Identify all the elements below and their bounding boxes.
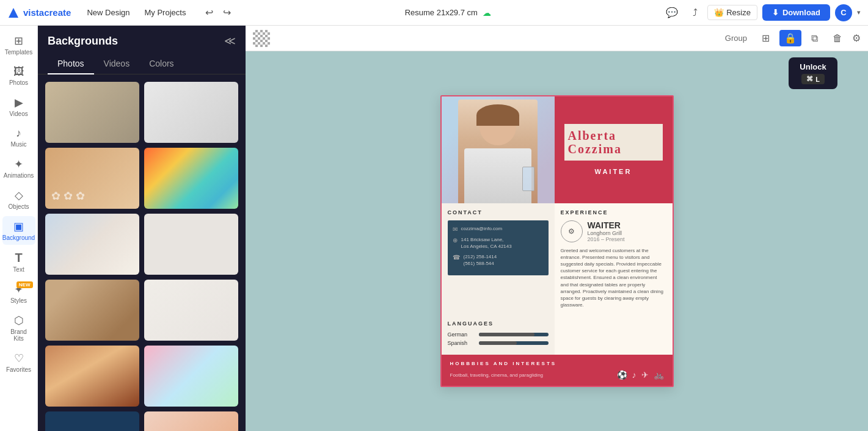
tab-colors[interactable]: Colors xyxy=(139,54,183,74)
lang-german: German xyxy=(448,331,475,338)
email-row: ✉ cozzima@info.com xyxy=(453,225,544,233)
music-note-icon: ♪ xyxy=(632,370,636,380)
share-button[interactable]: ⤴ xyxy=(688,5,702,21)
lang-spanish-fill xyxy=(479,341,517,345)
text-icon: T xyxy=(15,251,22,265)
resume-name-block: Alberta Cozzima WAITER xyxy=(555,96,673,203)
contact-title: CONTACT xyxy=(448,209,549,215)
resume-contact: CONTACT ✉ cozzima@info.com ⊕ 141 Bricksa… xyxy=(442,203,555,315)
hobbies-row: Football, traveling, cinema, and paragli… xyxy=(450,370,664,380)
sidebar-item-videos[interactable]: ▶ Videos xyxy=(2,92,35,121)
objects-icon: ◇ xyxy=(15,189,23,202)
lang-german-row: German xyxy=(448,331,549,338)
sidebar-item-text[interactable]: T Text xyxy=(2,247,35,277)
resume-name-line2: Cozzima xyxy=(568,142,659,156)
delete-button[interactable]: 🗑 xyxy=(828,31,847,46)
logo[interactable]: vistacreate xyxy=(7,7,71,19)
toolbar-left xyxy=(253,30,270,47)
sidebar-item-brand-kits[interactable]: ⬡ Brand Kits xyxy=(2,310,35,346)
bg-thumb-4[interactable] xyxy=(144,148,238,209)
videos-icon: ▶ xyxy=(15,96,23,109)
align-button[interactable]: ⊞ xyxy=(757,30,775,46)
exp-details: WAITER Longhorn Grill 2016 – Present xyxy=(588,220,625,245)
backgrounds-panel: Backgrounds ≪ Photos Videos Colors xyxy=(38,26,246,431)
football-icon: ⚽ xyxy=(617,370,627,380)
download-button[interactable]: ⬇ Download xyxy=(762,4,830,21)
animations-label: Animations xyxy=(4,172,34,179)
resume-top-section: Alberta Cozzima WAITER xyxy=(442,96,673,203)
resume-middle-section: CONTACT ✉ cozzima@info.com ⊕ 141 Bricksa… xyxy=(442,203,673,315)
redo-button[interactable]: ↪ xyxy=(219,4,235,21)
sidebar-item-objects[interactable]: ◇ Objects xyxy=(2,185,35,214)
music-label: Music xyxy=(10,141,26,148)
group-button[interactable]: Group xyxy=(720,31,752,45)
sidebar-item-styles[interactable]: NEW ✦ Styles xyxy=(2,279,35,308)
top-nav: New Design My Projects xyxy=(81,5,192,20)
sidebar-item-background[interactable]: ▣ Background xyxy=(2,216,35,245)
resume-experience: EXPERIENCE ⚙ WAITER Longhorn Grill 2016 … xyxy=(555,203,673,315)
sidebar-item-animations[interactable]: ✦ Animations xyxy=(2,154,35,183)
address-row: ⊕ 141 Bricksaw Lane,Los Angeles, CA 4214… xyxy=(453,236,544,250)
address-text: 141 Bricksaw Lane,Los Angeles, CA 42143 xyxy=(461,236,512,250)
comment-button[interactable]: 💬 xyxy=(661,4,683,21)
phone-text: (212) 258-1414(561) 588-544 xyxy=(464,253,497,267)
bg-thumb-12[interactable] xyxy=(144,411,238,431)
sidebar-item-favorites[interactable]: ♡ Favorites xyxy=(2,348,35,377)
bg-thumb-2[interactable] xyxy=(144,82,238,143)
user-chevron-icon[interactable]: ▾ xyxy=(857,9,861,16)
resume-waiter-label: WAITER xyxy=(564,168,663,175)
languages-title: LANGUAGES xyxy=(448,321,549,327)
lang-spanish-bar xyxy=(479,341,549,345)
exp-icon: ⚙ xyxy=(561,220,583,242)
bg-thumb-10[interactable] xyxy=(144,346,238,407)
checkerboard-button[interactable] xyxy=(253,30,270,47)
user-avatar[interactable]: C xyxy=(835,4,852,21)
resume-hobbies: HOBBBIES AND INTERESTS Football, traveli… xyxy=(442,355,673,386)
lock-button[interactable]: 🔒 xyxy=(779,30,801,46)
bg-thumb-1[interactable] xyxy=(45,82,139,143)
my-projects-btn[interactable]: My Projects xyxy=(139,5,192,20)
unlock-shortcut: ⌘ L xyxy=(801,74,825,84)
lang-german-fill xyxy=(479,333,534,336)
settings-button[interactable]: ⚙ xyxy=(852,32,861,44)
sidebar-item-templates[interactable]: ⊞ Templates xyxy=(2,31,35,59)
music-icon: ♪ xyxy=(16,127,21,140)
sidebar-item-photos[interactable]: 🖼 Photos xyxy=(2,62,35,90)
brand-kits-icon: ⬡ xyxy=(14,314,24,327)
sidebar-item-music[interactable]: ♪ Music xyxy=(2,123,35,151)
resume-name-line1: Alberta xyxy=(568,129,659,142)
brand-kits-label: Brand Kits xyxy=(5,328,33,342)
photos-label: Photos xyxy=(9,79,28,86)
download-icon: ⬇ xyxy=(772,8,779,17)
undo-button[interactable]: ↩ xyxy=(202,4,217,21)
bg-thumb-6[interactable] xyxy=(144,214,238,275)
new-badge: NEW xyxy=(16,281,33,288)
new-design-btn[interactable]: New Design xyxy=(81,5,136,20)
bg-thumb-5[interactable] xyxy=(45,214,139,275)
duplicate-button[interactable]: ⧉ xyxy=(806,31,823,46)
hobbies-icons: ⚽ ♪ ✈ 🚲 xyxy=(617,370,664,380)
bg-thumb-9[interactable] xyxy=(45,346,139,407)
phone-row: ☎ (212) 258-1414(561) 588-544 xyxy=(453,253,544,267)
resume-languages: LANGUAGES German Spanish xyxy=(442,314,555,355)
objects-label: Objects xyxy=(9,203,29,210)
crown-icon: 👑 xyxy=(714,8,724,17)
background-icon: ▣ xyxy=(13,220,24,233)
icon-panel: ⊞ Templates 🖼 Photos ▶ Videos ♪ Music ✦ … xyxy=(0,26,38,431)
lang-german-bar xyxy=(479,333,549,336)
bg-thumb-8[interactable] xyxy=(144,280,238,341)
tab-videos[interactable]: Videos xyxy=(94,54,140,74)
exp-company: Longhorn Grill xyxy=(588,230,625,236)
panel-close-button[interactable]: ≪ xyxy=(224,34,236,48)
resume-card[interactable]: Alberta Cozzima WAITER CONTACT xyxy=(440,95,674,388)
tab-photos[interactable]: Photos xyxy=(48,54,94,74)
bg-thumb-7[interactable] xyxy=(45,280,139,341)
resize-button[interactable]: 👑 Resize xyxy=(707,5,757,20)
unlock-tooltip: Unlock ⌘ L xyxy=(789,57,837,89)
text-label: Text xyxy=(13,266,24,273)
photos-icon: 🖼 xyxy=(13,65,24,78)
topbar: vistacreate New Design My Projects ↩ ↪ R… xyxy=(0,0,868,26)
bg-thumb-11[interactable] xyxy=(45,411,139,431)
bg-thumb-3[interactable] xyxy=(45,148,139,209)
resume-preview[interactable]: Alberta Cozzima WAITER CONTACT xyxy=(440,95,674,388)
